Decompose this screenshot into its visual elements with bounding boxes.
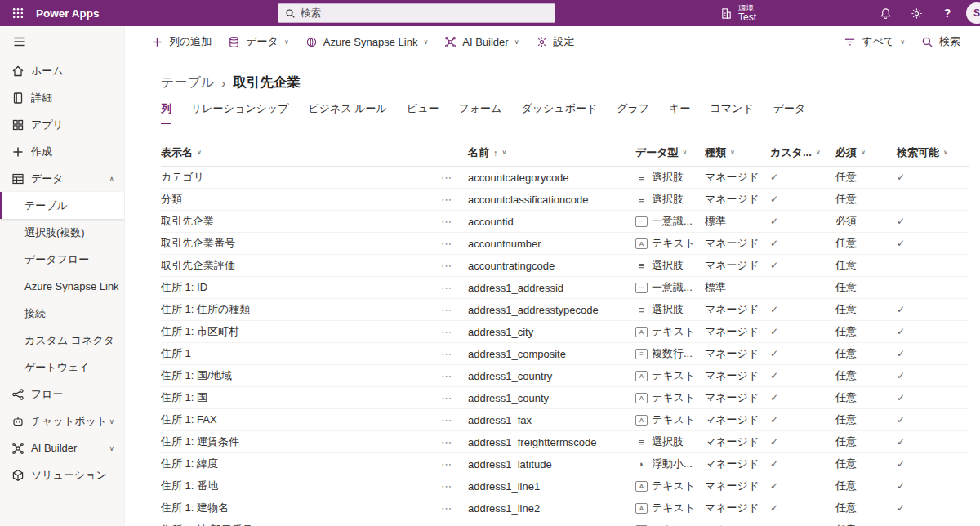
cell-data-type: ≡ 選択肢: [635, 170, 705, 185]
header-data-type[interactable]: データ型 ∨: [635, 145, 705, 160]
tab-business-rules[interactable]: ビジネス ルール: [308, 101, 386, 124]
cell-kind: マネージド: [705, 412, 770, 427]
row-more-button[interactable]: ⋯: [441, 260, 468, 272]
row-more-button[interactable]: ⋯: [441, 348, 468, 360]
table-row[interactable]: 住所 1: 国 ⋯ address1_county A テキスト マネージド ✓…: [161, 387, 969, 409]
content: テーブル › 取引先企業 列リレーションシップビジネス ルールビューフォームダッ…: [125, 57, 980, 526]
row-more-button[interactable]: ⋯: [441, 216, 468, 228]
table-row[interactable]: 住所 1: 運賃条件 ⋯ address1_freighttermscode ≡…: [161, 431, 969, 453]
table-row[interactable]: 取引先企業番号 ⋯ accountnumber A テキスト マネージド ✓ 任…: [161, 233, 969, 255]
header-display-name[interactable]: 表示名 ∨: [161, 145, 441, 160]
chevron-down-icon: ∨: [502, 149, 507, 156]
tab-dashboards[interactable]: ダッシュボード: [521, 101, 597, 124]
sidebar-item-ai-builder[interactable]: AI Builder∨: [0, 435, 124, 461]
chevron-down-icon: ∨: [197, 149, 202, 156]
header-kind[interactable]: 種類 ∨: [705, 145, 770, 160]
table-row[interactable]: 分類 ⋯ accountclassificationcode ≡ 選択肢 マネー…: [161, 189, 969, 211]
top-bar: Power Apps 環境 Test ? S: [0, 0, 980, 26]
command-azure-synapse-link-button[interactable]: Azure Synapse Link∨: [297, 29, 436, 54]
sidebar-item-gateways[interactable]: ゲートウェイ: [0, 354, 124, 381]
tab-forms[interactable]: フォーム: [459, 101, 502, 124]
tab-data[interactable]: データ: [773, 101, 806, 124]
tab-keys[interactable]: キー: [669, 101, 690, 124]
command-filter-all-button[interactable]: すべて∨: [835, 29, 913, 54]
sidebar-item-flows[interactable]: フロー: [0, 381, 124, 408]
chevron-down-icon: ∨: [109, 417, 114, 426]
table-row[interactable]: 住所 1: 市区町村 ⋯ address1_city A テキスト マネージド …: [161, 321, 969, 343]
global-search[interactable]: [278, 3, 555, 23]
sidebar-item-learn[interactable]: 詳細: [0, 84, 124, 111]
sidebar-item-home[interactable]: ホーム: [0, 57, 124, 84]
cell-display-name: 住所 1: 番地: [161, 479, 441, 493]
breadcrumb-parent[interactable]: テーブル: [161, 74, 214, 91]
sidebar-item-custom-connectors[interactable]: カスタム コネクタ: [0, 327, 124, 354]
table-row[interactable]: 住所 1: 番地 ⋯ address1_line1 A テキスト マネージド ✓…: [161, 475, 969, 497]
table-row[interactable]: 住所 1: FAX ⋯ address1_fax A テキスト マネージド ✓ …: [161, 409, 969, 431]
tab-views[interactable]: ビュー: [407, 101, 439, 124]
table-row[interactable]: 住所 1: ID ⋯ address1_addressid ⋯ 一意識... 標…: [161, 277, 969, 299]
row-more-button[interactable]: ⋯: [441, 194, 468, 206]
table-row[interactable]: 住所 1: 国/地域 ⋯ address1_country A テキスト マネー…: [161, 365, 969, 387]
row-more-button[interactable]: ⋯: [441, 392, 468, 404]
table-row[interactable]: 取引先企業評価 ⋯ accountratingcode ≡ 選択肢 マネージド …: [161, 255, 969, 277]
header-required[interactable]: 必須 ∨: [835, 145, 897, 160]
waffle-menu-button[interactable]: [0, 0, 36, 26]
table-row[interactable]: 住所 1: 棟/部屋番号 ⋯ address1_line3 A テキスト マネー…: [161, 519, 969, 526]
data-type-icon: A: [635, 371, 648, 381]
command-search-button[interactable]: 検索: [913, 29, 969, 54]
sidebar-item-chatbots[interactable]: チャットボット∨: [0, 408, 124, 435]
notifications-button[interactable]: [870, 0, 901, 26]
global-search-input[interactable]: [301, 7, 548, 19]
tab-columns[interactable]: 列: [161, 101, 172, 124]
row-more-button[interactable]: ⋯: [441, 458, 468, 470]
row-more-button[interactable]: ⋯: [441, 480, 468, 493]
row-more-button[interactable]: ⋯: [441, 414, 468, 426]
row-more-button[interactable]: ⋯: [441, 436, 468, 448]
command-settings-button[interactable]: 設定: [528, 29, 583, 54]
table-row[interactable]: 取引先企業 ⋯ accountid ⋯ 一意識... 標準 ✓ 必須 ✓: [161, 211, 969, 233]
table-row[interactable]: 住所 1: 緯度 ⋯ address1_latitude ◗ 浮動小... マネ…: [161, 453, 969, 475]
header-searchable[interactable]: 検索可能 ∨: [897, 145, 969, 160]
table-row[interactable]: 住所 1 ⋯ address1_composite ≡ 複数行... マネージド…: [161, 343, 969, 365]
sidebar-item-solutions[interactable]: ソリューション: [0, 461, 124, 488]
command-ai-builder-button[interactable]: AI Builder∨: [436, 29, 527, 54]
environment-picker[interactable]: 環境 Test: [720, 0, 756, 26]
sidebar-item-dataflows[interactable]: データフロー: [0, 246, 124, 273]
cell-data-type: A テキスト: [635, 368, 705, 383]
sidebar-item-connections[interactable]: 接続: [0, 300, 124, 327]
table-row[interactable]: 住所 1: 建物名 ⋯ address1_line2 A テキスト マネージド …: [161, 497, 969, 519]
help-button[interactable]: ?: [932, 0, 963, 26]
row-more-button[interactable]: ⋯: [441, 370, 468, 382]
cell-data-type: ≡ 選択肢: [635, 192, 705, 207]
command-data-button[interactable]: データ∨: [220, 29, 296, 54]
tab-charts[interactable]: グラフ: [617, 101, 649, 124]
sidebar-item-create[interactable]: 作成: [0, 138, 124, 165]
chevron-down-icon: ∨: [109, 444, 114, 452]
settings-button[interactable]: [901, 0, 932, 26]
command-add-column-button[interactable]: 列の追加: [143, 29, 220, 54]
data-type-icon: A: [635, 238, 648, 249]
collapse-nav-button[interactable]: [0, 26, 124, 57]
row-more-button[interactable]: ⋯: [441, 282, 468, 294]
row-more-button[interactable]: ⋯: [441, 326, 468, 338]
table-row[interactable]: カテゴリ ⋯ accountcategorycode ≡ 選択肢 マネージド ✓…: [161, 167, 969, 189]
sidebar-item-choices[interactable]: 選択肢(複数): [0, 219, 124, 246]
sidebar-item-apps[interactable]: アプリ: [0, 111, 124, 138]
sidebar-item-data[interactable]: データ∧: [0, 165, 124, 192]
sidebar-item-tables[interactable]: テーブル: [0, 192, 124, 219]
row-more-button[interactable]: ⋯: [441, 304, 468, 316]
header-logical-name[interactable]: 名前 ↑ ∨: [468, 145, 635, 160]
row-more-button[interactable]: ⋯: [441, 502, 468, 515]
app-title[interactable]: Power Apps: [36, 7, 100, 20]
sidebar-item-label: チャットボット: [31, 414, 109, 429]
sidebar-item-azure-synapse-link[interactable]: Azure Synapse Link: [0, 273, 124, 300]
row-more-button[interactable]: ⋯: [441, 238, 468, 250]
tab-commands[interactable]: コマンド: [710, 101, 753, 124]
waffle-icon: [12, 7, 24, 19]
tab-relationships[interactable]: リレーションシップ: [191, 101, 288, 124]
row-more-button[interactable]: ⋯: [441, 172, 468, 184]
header-customizable[interactable]: カスタ... ∨: [770, 145, 835, 160]
cell-required: 任意: [835, 435, 897, 449]
avatar[interactable]: S: [966, 2, 980, 24]
table-row[interactable]: 住所 1: 住所の種類 ⋯ address1_addresstypecode ≡…: [161, 299, 969, 321]
